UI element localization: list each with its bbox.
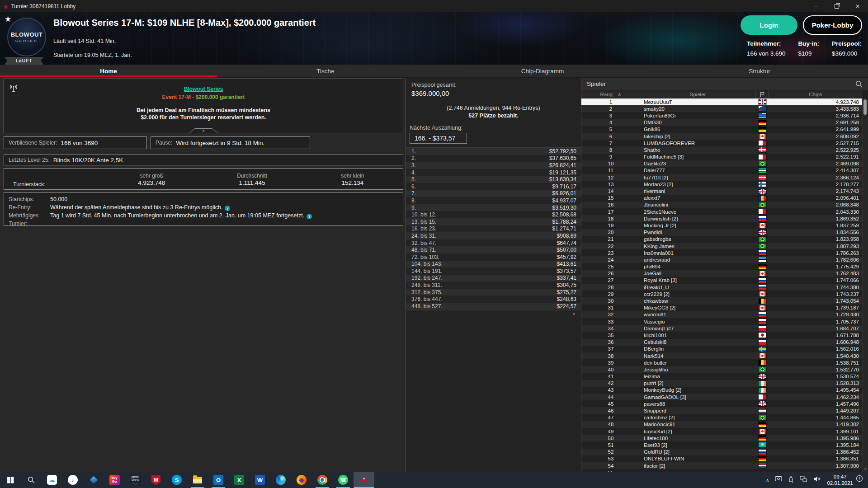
player-row[interactable]: 1MezuuŪuuT4.923.748: [581, 99, 863, 105]
taskbar-item-search[interactable]: [21, 472, 42, 488]
player-row[interactable]: 27Royal Krab [3]1.747.066: [581, 277, 863, 284]
player-row[interactable]: 8Shatho2.522.925: [581, 146, 863, 153]
player-row[interactable]: 3Pokerfan89Gr2.936.714: [581, 112, 863, 119]
taskbar-item-whatsapp[interactable]: ☎: [333, 472, 354, 488]
search-button[interactable]: [855, 80, 863, 88]
taskbar-item-edge[interactable]: [270, 472, 291, 488]
player-row[interactable]: 49IconicKid [2]1.399.101: [581, 428, 863, 435]
player-row[interactable]: 51Eset93 [2]1.395.184: [581, 441, 863, 448]
blowout-series-link[interactable]: Blowout Series: [184, 86, 223, 92]
taskbar-item-mcafee[interactable]: M: [146, 472, 166, 488]
player-row[interactable]: 24andresraud1.782.606: [581, 256, 863, 263]
taskbar-item-prime[interactable]: primevideo: [125, 472, 146, 488]
taskbar-item-excel[interactable]: X: [229, 472, 250, 488]
player-row[interactable]: 20Pwndidi1.834.556: [581, 229, 863, 236]
player-row[interactable]: 14rivermanl2.174.743: [581, 188, 863, 194]
player-row[interactable]: 13Mortan23 [2]2.178.277: [581, 181, 863, 188]
info-icon[interactable]: i: [225, 206, 230, 211]
player-row[interactable]: 41leizima1.530.574: [581, 373, 863, 380]
player-row[interactable]: 45pavers881.457.496: [581, 400, 863, 407]
player-row[interactable]: 54ifactor [2]1.307.900: [581, 462, 863, 469]
taskbar-item-firefox[interactable]: [291, 472, 312, 488]
clock[interactable]: 09:47 02.01.2021: [827, 474, 853, 486]
tab-home[interactable]: Home: [0, 65, 217, 77]
taskbar-item-itunes[interactable]: ♪: [62, 472, 83, 488]
taskbar-item-chrome[interactable]: [312, 472, 333, 488]
player-row[interactable]: 25phil6941.775.429: [581, 263, 863, 270]
player-row[interactable]: 22KKing James1.807.293: [581, 243, 863, 249]
tab-tische[interactable]: Tische: [217, 65, 434, 77]
player-row[interactable]: 21gabsdrogba1.823.958: [581, 236, 863, 243]
player-row[interactable]: 38Nark5141.540.430: [581, 352, 863, 359]
player-row[interactable]: 7LUMBAGOFOREVER2.527.715: [581, 140, 863, 146]
minimize-button[interactable]: [806, 0, 826, 12]
player-row[interactable]: 15alexxt72.096.401: [581, 195, 863, 202]
player-row[interactable]: 2smaky203.433.583: [581, 105, 863, 112]
player-row[interactable]: 48MarioAncic911.419.302: [581, 421, 863, 428]
cast-display-icon[interactable]: [775, 476, 782, 484]
payout-collapse-button[interactable]: ∧: [406, 310, 581, 317]
taskbar-item-outlook[interactable]: O: [208, 472, 229, 488]
player-row[interactable]: 29ccr2229 [2]1.743.237: [581, 291, 863, 297]
player-row[interactable]: 47carloshmz [2]1.444.865: [581, 414, 863, 421]
poker-lobby-button[interactable]: Poker-Lobby: [803, 15, 862, 35]
player-row[interactable]: 23Ins0mnia0011.786.263: [581, 249, 863, 256]
scrollbar-thumb[interactable]: [863, 99, 867, 115]
player-row[interactable]: 26JoeGall1.762.483: [581, 270, 863, 277]
scroll-down-icon[interactable]: ∨: [863, 467, 868, 471]
player-row[interactable]: 16Jbiancolini2.068.348: [581, 202, 863, 208]
column-header-player[interactable]: Spieler: [640, 90, 756, 99]
taskbar-item-windows[interactable]: [0, 472, 21, 488]
usb-device-icon[interactable]: [788, 476, 794, 484]
player-row[interactable]: 50Lifetec1801.395.986: [581, 435, 863, 441]
player-row[interactable]: 11Daler7772.414.307: [581, 167, 863, 174]
player-row[interactable]: 5Gnik862.641.999: [581, 126, 863, 133]
player-row[interactable]: 6takechip [2]2.608.092: [581, 133, 863, 140]
player-row[interactable]: 34Damian(L)#71.684.707: [581, 325, 863, 332]
player-row[interactable]: 44GamadGADOL [3]1.462.234: [581, 394, 863, 400]
player-row[interactable]: 12fu77t1lt [2]2.366.124: [581, 174, 863, 181]
column-header-rank[interactable]: Rang ∧: [581, 90, 640, 99]
speaker-icon[interactable]: [813, 476, 820, 484]
player-row[interactable]: 40Jessigfilho1.532.770: [581, 366, 863, 373]
taskbar-item-explorer[interactable]: [187, 472, 208, 488]
info-icon[interactable]: i: [307, 214, 312, 219]
network-icon[interactable]: [800, 476, 807, 484]
player-row[interactable]: 46Snupperd1.449.207: [581, 407, 863, 414]
player-row[interactable]: 52GoldRU [2]1.386.452: [581, 449, 863, 455]
player-row[interactable]: 33Vassegio1.705.737: [581, 318, 863, 325]
close-button[interactable]: ✕: [847, 0, 868, 12]
player-row[interactable]: 4DMG302.691.259: [581, 119, 863, 126]
column-header-chips[interactable]: Chips: [769, 90, 863, 99]
player-row[interactable]: 28iBreakU_U1.744.380: [581, 284, 863, 291]
taskbar-item-icloud[interactable]: ☁: [42, 472, 62, 488]
player-row[interactable]: 19Mucking Jr [2]1.837.259: [581, 222, 863, 229]
player-row[interactable]: 9FoldMachine5 [3]2.522.191: [581, 154, 863, 160]
player-row[interactable]: 53ONLYBLUFFWIN1.386.351: [581, 455, 863, 462]
player-row[interactable]: 32wvoron811.729.430: [581, 311, 863, 318]
tab-struktur[interactable]: Struktur: [651, 65, 868, 77]
player-row[interactable]: 10Gaelito232.469.098: [581, 160, 863, 167]
restore-button[interactable]: [826, 0, 847, 12]
taskbar-item-skygo[interactable]: skyGo: [104, 472, 125, 488]
taskbar-item-gem[interactable]: [83, 472, 104, 488]
collapse-panel-button[interactable]: ∧: [189, 128, 218, 133]
tab-chip-diagramm[interactable]: Chip-Diagramm: [434, 65, 651, 77]
player-row[interactable]: 36Cebulski81.606.948: [581, 339, 863, 346]
player-row[interactable]: 35kiichi10011.671.788: [581, 332, 863, 338]
player-row[interactable]: 30chkawbaw1.743.054: [581, 297, 863, 304]
player-row[interactable]: 43MonkeyBudg [2]1.495.454: [581, 387, 863, 394]
player-row[interactable]: 42purrrt [2]1.528.313: [581, 380, 863, 387]
player-row[interactable]: 39den butler1.538.751: [581, 359, 863, 366]
column-header-country[interactable]: [756, 90, 769, 99]
player-row[interactable]: 172Siete1Nueve2.043.330: [581, 208, 863, 215]
taskbar-item-skype[interactable]: S: [166, 472, 187, 488]
player-row[interactable]: 31MikeyGG3 [2]1.739.187: [581, 305, 863, 311]
player-row[interactable]: 18Darwinsfish [2]1.869.352: [581, 215, 863, 222]
login-button[interactable]: Login: [741, 15, 797, 35]
favorite-star-icon[interactable]: ★: [5, 14, 11, 24]
players-scrollbar[interactable]: ∨: [862, 99, 868, 472]
tray-chevron-up-icon[interactable]: ∧: [766, 478, 769, 483]
taskbar-item-word[interactable]: W: [250, 472, 270, 488]
taskbar-item-pokerstars[interactable]: ♠: [354, 472, 374, 488]
